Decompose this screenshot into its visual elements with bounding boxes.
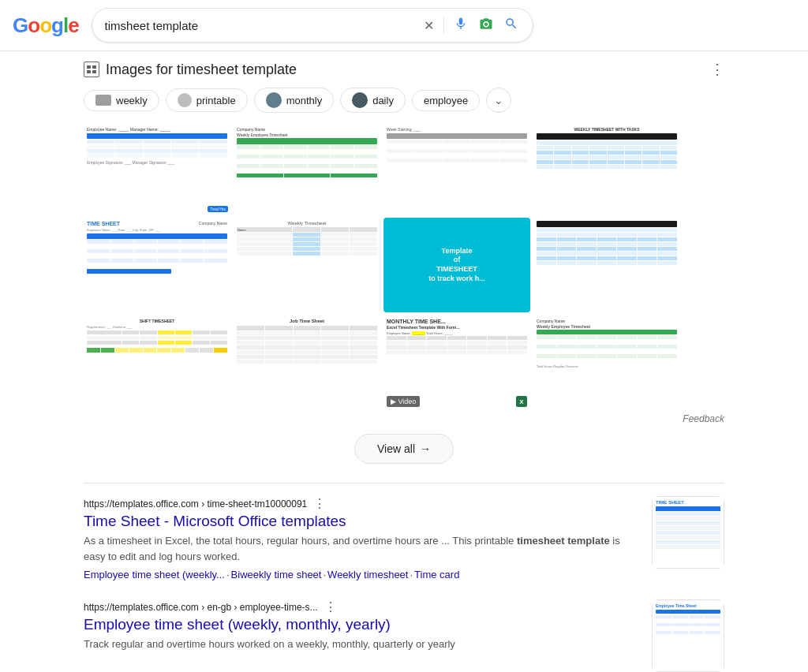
thumb-row-2 xyxy=(656,517,720,521)
thumb-row-5 xyxy=(656,531,720,535)
result-sublink-4[interactable]: Time card xyxy=(414,569,459,581)
chip-monthly-thumb xyxy=(266,92,282,108)
chip-employee-label: employee xyxy=(424,95,468,106)
header: Google ✕ xyxy=(0,0,808,51)
search-result-2: https://templates.office.com › en-gb › e… xyxy=(84,599,724,672)
result-more-button-1[interactable]: ⋮ xyxy=(313,496,326,511)
image-tile-9[interactable]: SHIFT TIMESHEET Regular time: ___ Overti… xyxy=(84,315,230,410)
thumb-rows-2 xyxy=(656,610,720,635)
thumb-sheet-1: TIME SHEET xyxy=(652,496,724,569)
chip-daily[interactable]: daily xyxy=(340,88,406,113)
teal-template: TemplateofTIMESHEETto track work h... xyxy=(383,218,530,312)
chip-weekly[interactable]: weekly xyxy=(84,90,159,111)
thumb-row-4 xyxy=(656,526,720,530)
image-grid-row-3: SHIFT TIMESHEET Regular time: ___ Overti… xyxy=(84,315,724,410)
google-logo: Google xyxy=(13,13,79,38)
thumb-row-6 xyxy=(656,536,720,539)
image-grid-row-1: Employee Name: _____ Manager Name: _____ xyxy=(84,124,724,215)
chip-printable-label: printable xyxy=(196,95,236,106)
svg-rect-0 xyxy=(87,65,91,69)
chip-weekly-thumb xyxy=(95,95,111,106)
image-tile-10[interactable]: Job Time Sheet xyxy=(234,315,380,410)
chip-printable-thumb xyxy=(178,93,192,107)
image-tile-7[interactable]: TemplateofTIMESHEETto track work h... xyxy=(383,218,530,312)
result-links-1: Employee time sheet (weekly... · Biweekl… xyxy=(84,569,639,581)
images-icon xyxy=(84,62,99,77)
result-snippet-2: Track regular and overtime hours worked … xyxy=(84,637,639,652)
search-result-1: https://templates.office.com › time-shee… xyxy=(84,496,724,581)
feedback-label[interactable]: Feedback xyxy=(84,413,724,424)
chip-daily-thumb xyxy=(352,92,368,108)
video-badge: ▶ Video xyxy=(387,396,420,407)
thumb-rows-1 xyxy=(656,506,720,549)
result-title-2[interactable]: Employee time sheet (weekly, monthly, ye… xyxy=(84,616,639,633)
result-sublink-2[interactable]: Biweekly time sheet xyxy=(231,569,322,581)
search-icon-group: ✕ xyxy=(422,15,520,35)
result-url-2: https://templates.office.com › en-gb › e… xyxy=(84,602,318,613)
thumb-title-1: TIME SHEET xyxy=(656,500,720,505)
teal-tile-text: TemplateofTIMESHEETto track work h... xyxy=(428,247,485,284)
result-content-2: https://templates.office.com › en-gb › e… xyxy=(84,599,639,657)
result-thumbnail-2[interactable]: Employee Time Sheet xyxy=(652,599,724,672)
voice-search-button[interactable] xyxy=(452,15,469,35)
result-sublink-1[interactable]: Employee time sheet (weekly... xyxy=(84,569,225,581)
chip-daily-label: daily xyxy=(372,95,394,106)
image-tile-5[interactable]: TIME SHEET Company Name Employee Name: _… xyxy=(84,218,230,312)
thumb-sheet-2: Employee Time Sheet xyxy=(652,599,724,672)
separator-3: · xyxy=(410,569,413,581)
divider xyxy=(443,17,444,33)
image-tile-11[interactable]: MONTHLY TIME SHE... Excel Timesheet Temp… xyxy=(383,315,530,410)
result-with-thumbnail: https://templates.office.com › time-shee… xyxy=(84,496,724,581)
thumb-row-8 xyxy=(656,545,720,549)
result-content-1: https://templates.office.com › time-shee… xyxy=(84,496,639,581)
chip-monthly-label: monthly xyxy=(286,95,323,106)
view-all-label: View all xyxy=(377,442,415,455)
result-url-row-2: https://templates.office.com › en-gb › e… xyxy=(84,599,639,614)
google-search-button[interactable] xyxy=(503,15,520,35)
result-sublink-3[interactable]: Weekly timesheet xyxy=(327,569,408,581)
result-snippet-1: As a timesheet in Excel, the total hours… xyxy=(84,533,639,564)
result-more-button-2[interactable]: ⋮ xyxy=(324,599,337,614)
thumb-title-2: Employee Time Sheet xyxy=(656,603,720,608)
bold-text-1: timesheet template xyxy=(517,535,610,547)
chip-employee[interactable]: employee xyxy=(412,90,480,111)
result-with-thumbnail-2: https://templates.office.com › en-gb › e… xyxy=(84,599,724,672)
result-url-row-1: https://templates.office.com › time-shee… xyxy=(84,496,639,511)
chip-printable[interactable]: printable xyxy=(166,88,248,112)
arrow-right-icon: → xyxy=(420,442,431,455)
image-tile-12[interactable]: Company Name Weekly Employee Timesheet T… xyxy=(533,315,680,410)
images-section-title: Images for timesheet template xyxy=(106,62,297,78)
svg-rect-3 xyxy=(92,70,96,73)
search-bar[interactable]: ✕ xyxy=(92,8,533,43)
image-tile-1[interactable]: Employee Name: _____ Manager Name: _____ xyxy=(84,124,230,215)
result-title-1[interactable]: Time Sheet - Microsoft Office templates xyxy=(84,513,639,530)
images-section-header: Images for timesheet template ⋮ xyxy=(84,61,724,78)
image-tile-2[interactable]: Company Name Weekly Employee Timesheet xyxy=(234,124,380,215)
chip-monthly[interactable]: monthly xyxy=(254,88,335,113)
image-tile-3[interactable]: Week Starting: ___ xyxy=(383,124,530,215)
chip-expand-button[interactable]: ⌄ xyxy=(486,88,511,113)
image-tile-6[interactable]: Weekly Timesheet Name xyxy=(234,218,380,312)
separator-2: · xyxy=(323,569,326,581)
chip-weekly-label: weekly xyxy=(116,95,148,106)
filter-chips: weekly printable monthly daily employee … xyxy=(84,88,724,113)
main-content: Images for timesheet template ⋮ weekly p… xyxy=(65,51,743,672)
image-search-button[interactable] xyxy=(477,15,495,35)
result-url-1: https://templates.office.com › time-shee… xyxy=(84,498,307,510)
search-input[interactable] xyxy=(105,19,416,32)
view-all-button[interactable]: View all → xyxy=(354,434,454,464)
thumb-row-1 xyxy=(656,512,720,516)
svg-rect-2 xyxy=(87,70,91,73)
thumb-row-3 xyxy=(656,521,720,525)
result-thumbnail-1[interactable]: TIME SHEET xyxy=(652,496,724,569)
image-grid-row-2: TIME SHEET Company Name Employee Name: _… xyxy=(84,218,724,312)
image-tile-4[interactable]: WEEKLY TIMESHEET WITH TASKS xyxy=(533,124,680,215)
clear-search-button[interactable]: ✕ xyxy=(422,17,436,35)
thumb-row-header xyxy=(656,506,720,511)
image-tile-8[interactable] xyxy=(533,218,680,312)
separator-1: · xyxy=(226,569,230,581)
thumb-row-7 xyxy=(656,540,720,544)
images-more-button[interactable]: ⋮ xyxy=(710,61,724,78)
section-divider xyxy=(84,483,724,483)
svg-rect-1 xyxy=(92,65,96,69)
